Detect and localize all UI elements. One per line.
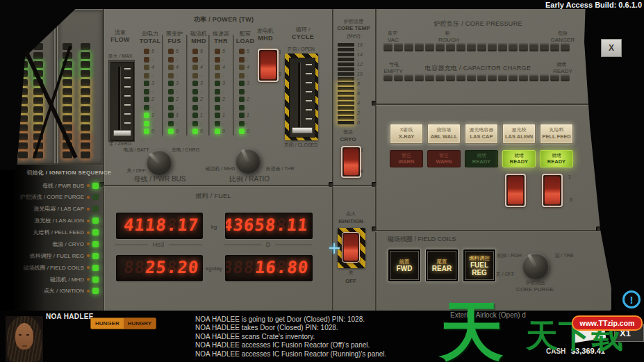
generator-mhd-label: 发电机MHD bbox=[257, 28, 274, 43]
empty-en: EMPTY bbox=[383, 68, 403, 74]
reactor-console-screen: BATT. (%) 功率 / POWER (TW) 流量 FLOW 最大 / M… bbox=[0, 0, 644, 362]
screw bbox=[372, 182, 377, 187]
sequence-dot bbox=[87, 184, 90, 187]
ratio-thr-label: 推进器 / THR bbox=[265, 165, 294, 172]
sequence-dot bbox=[87, 290, 90, 293]
divider bbox=[375, 230, 602, 231]
power-gauge-total: 5-4-3-2-1-0 bbox=[144, 49, 158, 137]
log-line: NOA HADLEE takes Door (Closed) PIN: 1028… bbox=[195, 324, 386, 332]
divider bbox=[233, 35, 234, 135]
switch-mark-off: 0 bbox=[570, 197, 572, 202]
hunger-badge-label: HUNGER bbox=[91, 318, 124, 329]
subsystem-button[interactable]: 烧蚀墙ABL WALL bbox=[427, 124, 461, 144]
power-col-mhd-label: 磁流机MHD bbox=[190, 31, 207, 46]
switch-mark-on: 1 bbox=[361, 147, 363, 152]
pell-feed-switch[interactable] bbox=[542, 174, 563, 207]
power-col-thr-label: 推进器THR bbox=[213, 31, 229, 46]
power-section-title: 功率 / POWER (TW) bbox=[194, 15, 254, 24]
ratio-knob[interactable] bbox=[236, 149, 261, 174]
subsystem-button[interactable]: 激光校LAS ALIGN bbox=[502, 124, 536, 144]
sequence-dot bbox=[87, 254, 90, 257]
field-coil-button[interactable]: 尾置REAR bbox=[425, 249, 459, 282]
divider bbox=[209, 35, 210, 135]
cycle-slider[interactable] bbox=[285, 54, 318, 140]
status-lamp: 就绪READY bbox=[502, 150, 536, 167]
las-align-switch[interactable] bbox=[505, 174, 526, 207]
core-temp-en: CORE TEMP bbox=[337, 25, 370, 31]
sequence-dot bbox=[87, 208, 90, 211]
pwr-bus-knob[interactable] bbox=[147, 150, 172, 175]
subsystem-button[interactable]: 丸给料PELL FEED bbox=[540, 124, 573, 144]
screw bbox=[372, 101, 377, 106]
d-value: 43658.11 bbox=[225, 215, 309, 235]
subsystem-button[interactable]: 激光电容器LAS CAP bbox=[465, 124, 498, 144]
hunger-badge: HUNGERHUNGRY bbox=[90, 318, 156, 329]
build-version-label: Early Access Build: 0.6.1.0 bbox=[545, 1, 642, 9]
pwrbus-knob-label: 母线 / PWR BUS bbox=[133, 174, 185, 184]
purge-rgh-label: 粗抽 / RGH bbox=[497, 252, 521, 259]
field-coil-button[interactable]: 燃料调控FUEL REG bbox=[463, 249, 496, 282]
character-name: NOA HADLEE bbox=[46, 313, 94, 320]
fuel-title: 燃料 / FUEL bbox=[195, 192, 231, 201]
sequence-dot bbox=[87, 266, 90, 269]
sequence-led bbox=[92, 217, 99, 224]
capacitor-charge-bar bbox=[383, 74, 570, 81]
field-coil-button[interactable]: 前置FWD bbox=[388, 249, 421, 282]
core-purge-knob[interactable] bbox=[522, 253, 549, 279]
alert-icon[interactable]: ! bbox=[622, 290, 641, 308]
ratio-mhd-label: 磁流机 / MHD bbox=[206, 165, 236, 172]
purge-off-label: 关 / OFF bbox=[496, 271, 515, 278]
portrait-eye bbox=[19, 334, 22, 336]
cycle-open-label: 开启 / OPEN bbox=[287, 46, 315, 53]
cap-ready-en: READY bbox=[553, 68, 572, 74]
character-portrait[interactable] bbox=[6, 316, 43, 362]
sequence-led bbox=[92, 253, 99, 259]
switch-mark-off: 0 bbox=[279, 72, 281, 76]
cap-ready-cn: 就绪 bbox=[556, 61, 566, 68]
divider bbox=[187, 35, 188, 135]
sequence-led bbox=[92, 288, 99, 294]
flow-slider[interactable] bbox=[108, 60, 135, 142]
close-button[interactable]: X bbox=[601, 39, 622, 57]
status-lamp: 就绪READY bbox=[465, 150, 498, 167]
purge-trb-label: 湍 / TRB bbox=[555, 252, 574, 259]
ignition-rocker[interactable] bbox=[342, 232, 360, 263]
sequence-led bbox=[92, 183, 99, 189]
flow-slider-handle[interactable] bbox=[113, 130, 131, 136]
generator-mhd-switch[interactable] bbox=[258, 49, 279, 82]
ignition-en: IGNITION bbox=[338, 218, 363, 224]
log-line: NOA HADLEE accesses IC Fusion Reactor (R… bbox=[195, 350, 386, 359]
d-rate-value: 16.80 bbox=[254, 258, 309, 277]
ignition-switch[interactable] bbox=[338, 228, 365, 268]
sequence-dot bbox=[87, 220, 90, 222]
cycle-slider-handle[interactable] bbox=[292, 127, 313, 133]
screw bbox=[372, 227, 377, 231]
switch-mark-off: 0 bbox=[361, 169, 363, 174]
ignition-off-en: OFF bbox=[345, 278, 356, 284]
power-gauge-mhd: 5-4-3-2-1-0 bbox=[192, 49, 206, 137]
frame-shadow bbox=[13, 165, 46, 311]
core-temp-unit: (MeV) bbox=[347, 33, 360, 38]
core-temp-cn: 炉腔温度 bbox=[344, 18, 363, 25]
subsystem-buttons: X射线X-RAY烧蚀墙ABL WALL激光电容器LAS CAP激光校LAS AL… bbox=[390, 124, 573, 144]
kg-unit: kg bbox=[211, 224, 217, 230]
log-line: NOA HADLEE accesses IC Fusion Reactor (O… bbox=[195, 341, 386, 349]
subsystem-button[interactable]: X射线X-RAY bbox=[390, 124, 423, 144]
status-lamp: 警告WARN bbox=[427, 150, 461, 167]
purge-knob-cn: 炉腔清压 bbox=[526, 279, 545, 286]
divider bbox=[332, 7, 333, 311]
sequence-led bbox=[92, 265, 99, 271]
divider bbox=[375, 7, 377, 311]
flow-max-label: 最大 / MAX bbox=[108, 53, 132, 60]
cryo-switch[interactable] bbox=[341, 146, 361, 178]
battery-gauge bbox=[81, 43, 90, 158]
sequence-dot bbox=[87, 196, 90, 199]
power-gauge-load: 5-4-3-2-1-0 bbox=[239, 49, 253, 137]
sequence-dot bbox=[87, 242, 90, 245]
divider bbox=[103, 185, 375, 186]
status-lamp: 就绪READY bbox=[540, 150, 573, 167]
cryo-cn: 低温 bbox=[343, 129, 353, 135]
core-temp-gauge: 16-14-12-10-8-6-4-2-0 bbox=[338, 43, 363, 126]
power-col-load-label: 配荷LOAD bbox=[236, 31, 255, 46]
sequence-dot bbox=[87, 231, 90, 234]
